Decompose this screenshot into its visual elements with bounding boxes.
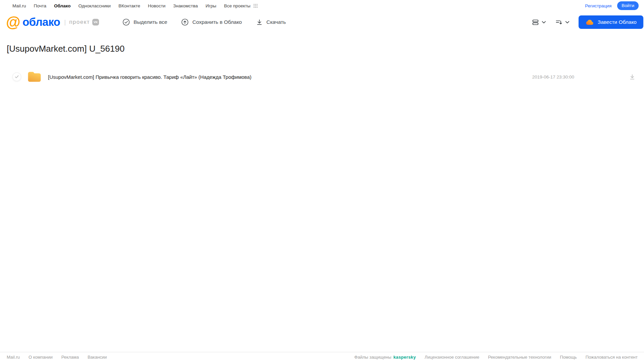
footer-left-links: Mail.ru О компании Реклама Вакансии: [7, 355, 107, 360]
check-circle-icon: [122, 18, 130, 26]
cloud-logo[interactable]: @ облако | проект VK: [6, 15, 99, 29]
footer-link-reklama[interactable]: Реклама: [61, 355, 79, 360]
footer-right-links: Файлы защищены kaspersky Лицензионное со…: [354, 355, 638, 360]
main-content: [UsupovMarket.com] U_56190 [UsupovMarket…: [0, 44, 644, 84]
folder-icon: [27, 71, 42, 83]
toolbar: Выделить все Сохранить в Облако Скачать: [122, 18, 286, 26]
check-icon: [15, 75, 19, 79]
topnav-link-novosti[interactable]: Новости: [148, 3, 165, 8]
footer-link-help[interactable]: Помощь: [560, 355, 577, 360]
row-download-icon[interactable]: [629, 73, 636, 80]
topnav-link-odnoklassniki[interactable]: Одноклассники: [78, 3, 110, 8]
view-mode-dropdown[interactable]: [532, 18, 546, 26]
chevron-down-icon: [542, 21, 546, 24]
cloud-icon: [585, 19, 594, 25]
download-icon: [256, 19, 263, 25]
vk-badge-icon: VK: [92, 19, 99, 25]
download-button[interactable]: Скачать: [256, 19, 286, 25]
header-bar: @ облако | проект VK Выделить все Сохран…: [0, 11, 644, 33]
footer-link-mailru[interactable]: Mail.ru: [7, 355, 20, 360]
topnav-link-igry[interactable]: Игры: [206, 3, 216, 8]
topbar-right: Регистрация Войти: [585, 1, 639, 10]
rows-view-icon: [532, 18, 539, 26]
download-label: Скачать: [266, 19, 286, 25]
login-button[interactable]: Войти: [617, 1, 639, 10]
select-all-label: Выделить все: [134, 19, 167, 25]
kaspersky-protection: Файлы защищены kaspersky: [354, 355, 416, 360]
footer-bar: Mail.ru О компании Реклама Вакансии Файл…: [0, 352, 644, 362]
footer-link-recommendations[interactable]: Рекомендательные технологии: [488, 355, 551, 360]
topnav-link-pochta[interactable]: Почта: [34, 3, 47, 8]
header-right-controls: Завести Облако: [532, 15, 643, 29]
sort-icon: [555, 18, 563, 26]
apps-grid-icon[interactable]: [253, 4, 258, 8]
kaspersky-logo[interactable]: kaspersky: [393, 355, 416, 360]
registration-link[interactable]: Регистрация: [585, 3, 611, 8]
save-to-cloud-label: Сохранить в Облако: [192, 19, 242, 25]
mailru-at-icon: @: [6, 15, 20, 29]
logo-divider: |: [64, 18, 66, 26]
topnav-link-oblako[interactable]: Облако: [54, 3, 70, 8]
protected-label: Файлы защищены: [354, 355, 391, 360]
sort-dropdown[interactable]: [555, 18, 569, 26]
file-date: 2019-06-17 23:30:00: [532, 74, 574, 80]
footer-link-vakansii[interactable]: Вакансии: [88, 355, 107, 360]
get-cloud-label: Завести Облако: [598, 19, 637, 25]
get-cloud-button[interactable]: Завести Облако: [579, 15, 643, 29]
topnav-link-vse-proekty[interactable]: Все проекты: [224, 3, 250, 8]
row-checkbox[interactable]: [12, 72, 21, 81]
logo-text: облако: [22, 16, 60, 29]
topnav-link-vkontakte[interactable]: ВКонтакте: [118, 3, 140, 8]
chevron-down-icon: [565, 21, 569, 24]
footer-link-o-kompanii[interactable]: О компании: [29, 355, 53, 360]
select-all-button[interactable]: Выделить все: [122, 18, 167, 26]
footer-link-report-content[interactable]: Пожаловаться на контент: [586, 355, 638, 360]
file-name-link[interactable]: [UsupovMarket.com] Привычка говорить кра…: [48, 74, 532, 80]
save-to-cloud-button[interactable]: Сохранить в Облако: [181, 18, 242, 26]
topnav-link-mailru[interactable]: Mail.ru: [12, 3, 26, 8]
footer-link-license[interactable]: Лицензионное соглашение: [425, 355, 479, 360]
topnav-link-znakomstva[interactable]: Знакомства: [173, 3, 198, 8]
project-label: проект: [69, 19, 90, 25]
topnav-links: Mail.ru Почта Облако Одноклассники ВКонт…: [12, 3, 250, 8]
file-row[interactable]: [UsupovMarket.com] Привычка говорить кра…: [0, 69, 644, 84]
page-title: [UsupovMarket.com] U_56190: [7, 44, 644, 54]
cloud-upload-icon: [181, 18, 189, 26]
top-nav-bar: Mail.ru Почта Облако Одноклассники ВКонт…: [0, 0, 644, 11]
